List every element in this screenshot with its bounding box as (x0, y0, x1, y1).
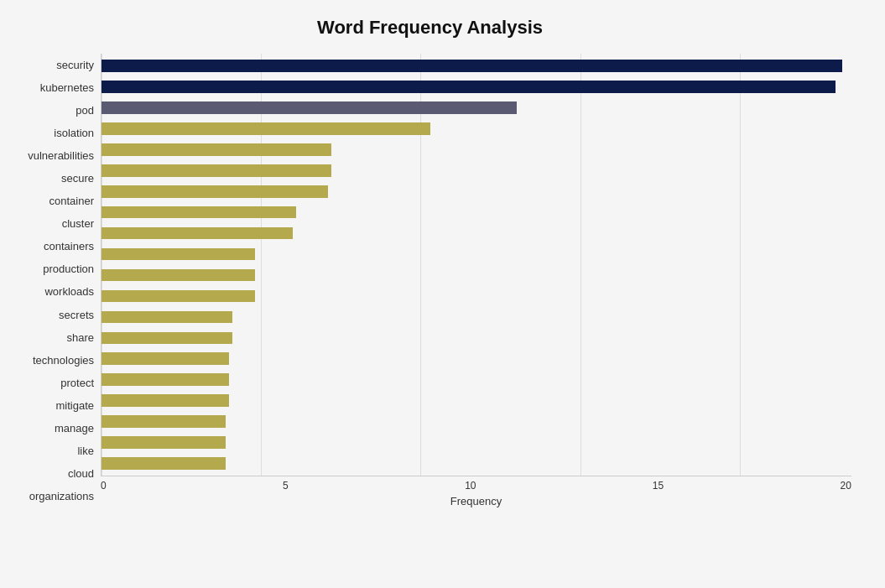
bar (102, 290, 255, 303)
bar (102, 81, 836, 93)
x-tick: 20 (841, 480, 851, 492)
y-label: workloads (44, 286, 94, 297)
bar (102, 248, 255, 261)
bar (102, 373, 229, 386)
bars-column (102, 54, 851, 476)
y-label: cloud (68, 468, 94, 479)
bar-row (102, 55, 851, 76)
bar (102, 185, 328, 198)
y-label: mitigate (55, 400, 94, 411)
bar (102, 352, 229, 365)
y-label: protect (60, 377, 94, 388)
bar-row (102, 76, 851, 97)
bar-row (102, 306, 851, 327)
bar (102, 164, 331, 177)
bar (102, 60, 842, 72)
chart-container: Word Frequency Analysis securitykubernet… (0, 0, 885, 588)
y-label: production (43, 263, 94, 274)
x-tick: 10 (465, 480, 476, 492)
y-label: cluster (62, 218, 94, 229)
x-tick: 15 (653, 480, 664, 492)
bars-and-x: 05101520 Frequency (101, 54, 851, 507)
bar (102, 101, 517, 114)
bar-row (102, 369, 851, 390)
x-tick: 0 (101, 480, 107, 492)
y-label: organizations (29, 491, 94, 502)
bars-wrapper (101, 54, 851, 476)
y-label: containers (44, 241, 94, 252)
bar-row (102, 139, 851, 160)
y-label: security (56, 60, 94, 70)
x-axis: 05101520 (101, 476, 851, 492)
y-label: vulnerabilities (28, 150, 94, 161)
bar-row (102, 411, 851, 432)
bar-row (102, 265, 851, 286)
y-label: secrets (59, 310, 94, 320)
bar-row (102, 223, 851, 244)
y-labels: securitykubernetespodisolationvulnerabil… (8, 54, 101, 507)
chart-title: Word Frequency Analysis (8, 17, 851, 39)
y-label: isolation (54, 127, 94, 138)
bar (102, 436, 226, 449)
bar-row (102, 97, 851, 118)
bar-row (102, 453, 851, 474)
bar (102, 311, 232, 324)
y-label: like (77, 445, 94, 456)
bar-row (102, 285, 851, 306)
bar (102, 457, 226, 470)
y-label: pod (75, 105, 94, 116)
x-axis-label: Frequency (101, 495, 851, 507)
y-label: technologies (33, 355, 94, 366)
y-label: manage (55, 423, 94, 434)
bar (102, 143, 331, 156)
bar (102, 394, 229, 407)
bar-row (102, 160, 851, 181)
y-label: kubernetes (40, 82, 94, 93)
x-tick: 5 (283, 480, 289, 492)
bar-row (102, 118, 851, 139)
bar (102, 269, 255, 282)
bar-row (102, 432, 851, 453)
bar (102, 227, 293, 240)
bar-row (102, 202, 851, 223)
bar (102, 122, 430, 135)
bar-row (102, 327, 851, 348)
bar (102, 206, 296, 219)
chart-area: securitykubernetespodisolationvulnerabil… (8, 54, 851, 507)
bar-row (102, 348, 851, 369)
bar-row (102, 244, 851, 265)
bar (102, 332, 232, 345)
bar (102, 415, 226, 428)
bar-row (102, 390, 851, 411)
y-label: secure (61, 173, 94, 184)
bar-row (102, 181, 851, 202)
y-label: share (66, 332, 94, 343)
y-label: container (49, 195, 94, 206)
